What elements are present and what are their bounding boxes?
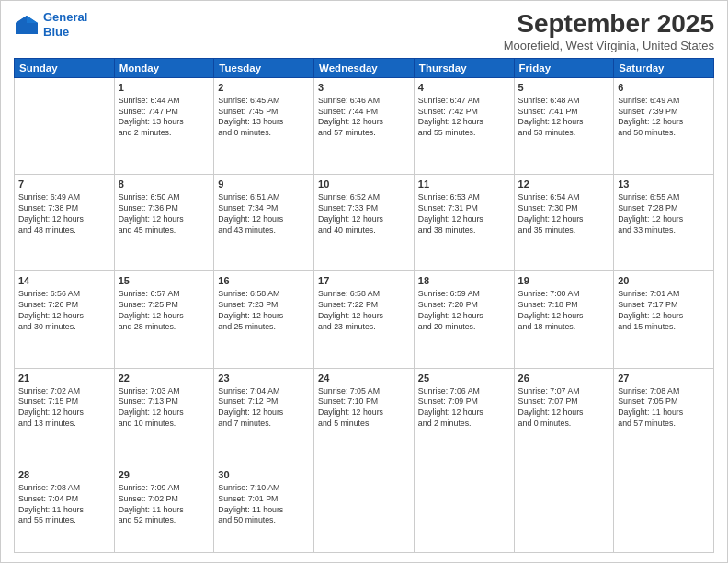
day-number: 26 [518,372,610,385]
table-row [15,77,115,174]
day-info: Sunrise: 6:57 AMSunset: 7:25 PMDaylight:… [119,289,210,333]
table-row: 19Sunrise: 7:00 AMSunset: 7:18 PMDayligh… [514,271,614,368]
day-number: 9 [218,178,310,191]
month-title: September 2025 [504,10,714,39]
calendar-header-row: Sunday Monday Tuesday Wednesday Thursday… [15,58,714,77]
table-row: 10Sunrise: 6:52 AMSunset: 7:33 PMDayligh… [314,175,415,271]
day-info: Sunrise: 6:52 AMSunset: 7:33 PMDaylight:… [318,192,410,236]
table-row: 17Sunrise: 6:58 AMSunset: 7:22 PMDayligh… [314,271,415,368]
logo-text: General Blue [43,10,87,39]
table-row: 9Sunrise: 6:51 AMSunset: 7:34 PMDaylight… [214,175,314,271]
table-row: 24Sunrise: 7:05 AMSunset: 7:10 PMDayligh… [314,368,415,465]
day-info: Sunrise: 7:00 AMSunset: 7:18 PMDaylight:… [518,289,610,333]
day-info: Sunrise: 6:44 AMSunset: 7:47 PMDaylight:… [119,96,210,140]
calendar-week-4: 28Sunrise: 7:08 AMSunset: 7:04 PMDayligh… [15,465,714,552]
header-right: September 2025 Moorefield, West Virginia… [504,10,714,52]
day-number: 22 [119,372,210,385]
day-number: 27 [618,372,710,385]
day-number: 12 [518,178,610,191]
col-saturday: Saturday [614,58,714,77]
day-number: 23 [218,372,310,385]
calendar-week-2: 14Sunrise: 6:56 AMSunset: 7:26 PMDayligh… [15,271,714,368]
day-info: Sunrise: 6:53 AMSunset: 7:31 PMDaylight:… [418,192,510,236]
day-info: Sunrise: 6:47 AMSunset: 7:42 PMDaylight:… [418,96,510,140]
day-number: 13 [618,178,710,191]
table-row: 14Sunrise: 6:56 AMSunset: 7:26 PMDayligh… [15,271,115,368]
day-info: Sunrise: 6:45 AMSunset: 7:45 PMDaylight:… [218,96,310,140]
day-info: Sunrise: 6:55 AMSunset: 7:28 PMDaylight:… [618,192,710,236]
table-row: 30Sunrise: 7:10 AMSunset: 7:01 PMDayligh… [214,465,314,552]
day-number: 10 [318,178,410,191]
day-number: 21 [18,372,110,385]
day-info: Sunrise: 6:49 AMSunset: 7:38 PMDaylight:… [18,192,110,236]
table-row [414,465,514,552]
day-number: 6 [618,81,710,95]
logo: General Blue [14,10,87,39]
day-info: Sunrise: 6:48 AMSunset: 7:41 PMDaylight:… [518,96,610,140]
day-info: Sunrise: 7:10 AMSunset: 7:01 PMDaylight:… [218,483,310,527]
day-info: Sunrise: 7:07 AMSunset: 7:07 PMDaylight:… [518,386,610,431]
col-sunday: Sunday [15,58,115,77]
day-number: 14 [18,274,110,288]
table-row: 5Sunrise: 6:48 AMSunset: 7:41 PMDaylight… [514,77,614,174]
day-info: Sunrise: 6:58 AMSunset: 7:23 PMDaylight:… [218,289,310,333]
calendar-body: 1Sunrise: 6:44 AMSunset: 7:47 PMDaylight… [15,77,714,552]
location: Moorefield, West Virginia, United States [504,39,714,52]
day-number: 8 [119,178,210,191]
calendar: Sunday Monday Tuesday Wednesday Thursday… [14,58,714,553]
table-row: 29Sunrise: 7:09 AMSunset: 7:02 PMDayligh… [114,465,214,552]
logo-icon [14,14,40,36]
day-info: Sunrise: 6:51 AMSunset: 7:34 PMDaylight:… [218,192,310,236]
table-row: 11Sunrise: 6:53 AMSunset: 7:31 PMDayligh… [414,175,514,271]
day-number: 29 [119,468,210,482]
table-row: 28Sunrise: 7:08 AMSunset: 7:04 PMDayligh… [15,465,115,552]
day-number: 15 [119,274,210,288]
day-number: 24 [318,372,410,385]
day-number: 20 [618,274,710,288]
day-info: Sunrise: 6:46 AMSunset: 7:44 PMDaylight:… [318,96,410,140]
day-number: 1 [119,81,210,95]
table-row: 15Sunrise: 6:57 AMSunset: 7:25 PMDayligh… [114,271,214,368]
day-info: Sunrise: 7:05 AMSunset: 7:10 PMDaylight:… [318,386,410,431]
day-info: Sunrise: 7:02 AMSunset: 7:15 PMDaylight:… [18,386,110,431]
table-row: 4Sunrise: 6:47 AMSunset: 7:42 PMDaylight… [414,77,514,174]
table-row: 3Sunrise: 6:46 AMSunset: 7:44 PMDaylight… [314,77,415,174]
top-section: General Blue September 2025 Moorefield, … [14,10,714,52]
table-row: 6Sunrise: 6:49 AMSunset: 7:39 PMDaylight… [614,77,714,174]
col-thursday: Thursday [414,58,514,77]
table-row: 20Sunrise: 7:01 AMSunset: 7:17 PMDayligh… [614,271,714,368]
col-monday: Monday [114,58,214,77]
day-info: Sunrise: 6:50 AMSunset: 7:36 PMDaylight:… [119,192,210,236]
day-number: 30 [218,468,310,482]
day-info: Sunrise: 7:09 AMSunset: 7:02 PMDaylight:… [119,483,210,527]
table-row [514,465,614,552]
logo-line1: General [43,10,87,24]
table-row: 18Sunrise: 6:59 AMSunset: 7:20 PMDayligh… [414,271,514,368]
col-tuesday: Tuesday [214,58,314,77]
table-row [314,465,415,552]
table-row: 16Sunrise: 6:58 AMSunset: 7:23 PMDayligh… [214,271,314,368]
day-number: 4 [418,81,510,95]
day-info: Sunrise: 7:08 AMSunset: 7:04 PMDaylight:… [18,483,110,527]
table-row: 1Sunrise: 6:44 AMSunset: 7:47 PMDaylight… [114,77,214,174]
day-number: 11 [418,178,510,191]
day-number: 3 [318,81,410,95]
day-info: Sunrise: 6:49 AMSunset: 7:39 PMDaylight:… [618,96,710,140]
calendar-week-0: 1Sunrise: 6:44 AMSunset: 7:47 PMDaylight… [15,77,714,174]
day-number: 16 [218,274,310,288]
day-number: 5 [518,81,610,95]
day-info: Sunrise: 7:03 AMSunset: 7:13 PMDaylight:… [119,386,210,431]
day-info: Sunrise: 6:54 AMSunset: 7:30 PMDaylight:… [518,192,610,236]
table-row: 2Sunrise: 6:45 AMSunset: 7:45 PMDaylight… [214,77,314,174]
table-row: 13Sunrise: 6:55 AMSunset: 7:28 PMDayligh… [614,175,714,271]
day-info: Sunrise: 7:04 AMSunset: 7:12 PMDaylight:… [218,386,310,431]
table-row: 26Sunrise: 7:07 AMSunset: 7:07 PMDayligh… [514,368,614,465]
col-friday: Friday [514,58,614,77]
table-row: 7Sunrise: 6:49 AMSunset: 7:38 PMDaylight… [15,175,115,271]
calendar-week-1: 7Sunrise: 6:49 AMSunset: 7:38 PMDaylight… [15,175,714,271]
day-number: 2 [218,81,310,95]
table-row: 22Sunrise: 7:03 AMSunset: 7:13 PMDayligh… [114,368,214,465]
logo-line2: Blue [43,25,69,39]
day-info: Sunrise: 6:59 AMSunset: 7:20 PMDaylight:… [418,289,510,333]
calendar-week-3: 21Sunrise: 7:02 AMSunset: 7:15 PMDayligh… [15,368,714,465]
